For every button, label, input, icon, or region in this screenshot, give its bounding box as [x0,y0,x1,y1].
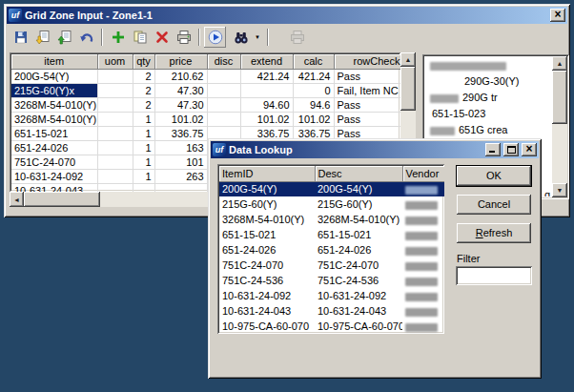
ok-button[interactable]: OK [456,165,532,187]
add-row-button[interactable] [107,27,129,48]
run-button[interactable] [204,27,226,48]
grid-col-item[interactable]: item [11,54,97,69]
grid-col-price[interactable]: price [154,54,207,69]
cell-qty[interactable]: 1 [133,140,154,155]
cell-qty[interactable]: 1 [133,126,154,140]
cell-price[interactable]: 101 [154,155,207,169]
cell-itemid[interactable]: 200G-54(Y) [219,181,315,196]
cell-disc[interactable] [207,69,240,83]
cancel-button[interactable]: Cancel [456,194,532,216]
cell-item[interactable]: 10-631-24-043 [11,183,97,192]
cell-itemid[interactable]: 651-24-026 [219,242,315,258]
cell-itemid[interactable]: 751C-24-070 [219,258,315,273]
cell-rowCheck[interactable]: Fail, Item NC [334,83,400,97]
cell-vendor[interactable] [402,288,444,303]
cell-qty[interactable]: 2 [133,97,154,112]
cell-qty[interactable]: 1 [133,169,154,183]
cell-price[interactable]: 47.30 [154,83,207,97]
lookup-row[interactable]: 651-15-021651-15-021 [219,227,444,242]
delete-row-button[interactable] [151,27,173,48]
export-button[interactable] [53,27,75,48]
cell-itemid[interactable]: 10-631-24-043 [219,303,315,319]
cell-qty[interactable]: 2 [133,83,154,97]
cell-itemid[interactable]: 3268M-54-010(Y) [219,212,315,227]
copy-button[interactable] [129,27,151,48]
scroll-down-button[interactable]: ▼ [552,183,567,197]
cell-disc[interactable] [207,97,240,112]
cell-price[interactable]: 263 [154,169,207,183]
grid-row[interactable]: 3268M-54-010(Y)247.3094.6094.6Pass [11,97,400,112]
lookup-row[interactable]: 751C-24-070751C-24-070 [219,258,444,273]
scroll-up-button[interactable]: ▲ [552,56,567,71]
cell-vendor[interactable] [402,319,444,334]
cell-item[interactable]: 3268M-54-010(Y) [11,97,97,112]
cell-uom[interactable] [97,126,133,140]
find-button[interactable] [230,27,252,48]
lookup-row[interactable]: 651-24-026651-24-026 [219,242,444,258]
cell-qty[interactable]: 1 [133,155,154,169]
lookup-row[interactable]: 215G-60(Y)215G-60(Y) [219,196,444,212]
dialog-close-button[interactable]: × [522,143,537,156]
scrollbar-thumb[interactable] [552,71,567,124]
cell-itemid[interactable]: 215G-60(Y) [219,196,315,212]
cell-itemid[interactable]: 651-15-021 [219,227,315,242]
grid-row[interactable]: 200G-54(Y)2210.62421.24421.24Pass [11,69,400,83]
cell-uom[interactable] [97,83,133,97]
scrollbar-thumb[interactable] [400,67,416,111]
cell-uom[interactable] [97,69,133,83]
cell-desc[interactable]: 10-631-24-092 [315,288,402,303]
cell-extend[interactable]: 94.60 [240,97,293,112]
lookup-row[interactable]: 10-631-24-04310-631-24-043 [219,303,444,319]
grid-row[interactable]: 215G-60(Y)x247.300Fail, Item NC [11,83,400,97]
cell-price[interactable]: 336.75 [154,126,207,140]
cell-uom[interactable] [97,183,133,192]
grid-col-rowCheck[interactable]: rowCheck [334,54,400,69]
cell-desc[interactable]: 3268M-54-010(Y) [315,212,402,227]
lookup-col-vendor[interactable]: Vendor [402,166,444,181]
cell-disc[interactable] [207,112,240,126]
dialog-titlebar[interactable]: uf Data Lookup × [211,141,539,158]
cell-uom[interactable] [97,155,133,169]
undo-button[interactable] [75,27,97,48]
cell-calc[interactable]: 101.02 [293,112,334,126]
lookup-col-desc[interactable]: Desc [315,166,402,181]
lookup-col-id[interactable]: ItemID [219,166,315,181]
lookup-row[interactable]: 200G-54(Y)200G-54(Y) [219,181,444,196]
import-button[interactable] [31,27,53,48]
save-button[interactable] [10,27,31,48]
cell-price[interactable]: 101.02 [154,112,207,126]
cell-vendor[interactable] [402,181,444,196]
cell-vendor[interactable] [402,196,444,212]
cell-itemid[interactable]: 10-975-CA-60-070 [219,319,315,334]
cell-desc[interactable]: 10-631-24-043 [315,303,402,319]
cell-desc[interactable]: 10-975-CA-60-070 [315,319,402,334]
cell-item[interactable]: 10-631-24-092 [11,169,97,183]
lookup-row[interactable]: 10-975-CA-60-07010-975-CA-60-070 [219,319,444,334]
find-dropdown-button[interactable]: ▼ [252,27,263,48]
lookup-row[interactable]: 3268M-54-010(Y)3268M-54-010(Y) [219,212,444,227]
cell-vendor[interactable] [402,303,444,319]
cell-vendor[interactable] [402,227,444,242]
lookup-row[interactable]: 751C-24-536751C-24-536 [219,273,444,288]
grid-col-disc[interactable]: disc [207,54,240,69]
cell-item[interactable]: 751C-24-070 [11,155,97,169]
refresh-button[interactable]: Refresh [456,222,532,244]
cell-extend[interactable]: 421.24 [240,69,293,83]
cell-item[interactable]: 200G-54(Y) [11,69,97,83]
cell-itemid[interactable]: 751C-24-536 [219,273,315,288]
cell-qty[interactable]: 2 [133,69,154,83]
cell-disc[interactable] [207,83,240,97]
cell-item[interactable]: 3268M-54-010(Y) [11,112,97,126]
cell-desc[interactable]: 751C-24-536 [315,273,402,288]
grid-col-calc[interactable]: calc [293,54,334,69]
cell-item[interactable]: 651-15-021 [11,126,97,140]
cell-vendor[interactable] [402,212,444,227]
minimize-button[interactable] [485,143,501,156]
cell-calc[interactable]: 0 [293,83,334,97]
cell-vendor[interactable] [402,273,444,288]
cell-qty[interactable]: 1 [133,112,154,126]
cell-calc[interactable]: 94.6 [293,97,334,112]
cell-rowCheck[interactable]: Pass [334,112,400,126]
cell-vendor[interactable] [402,258,444,273]
cell-uom[interactable] [97,97,133,112]
